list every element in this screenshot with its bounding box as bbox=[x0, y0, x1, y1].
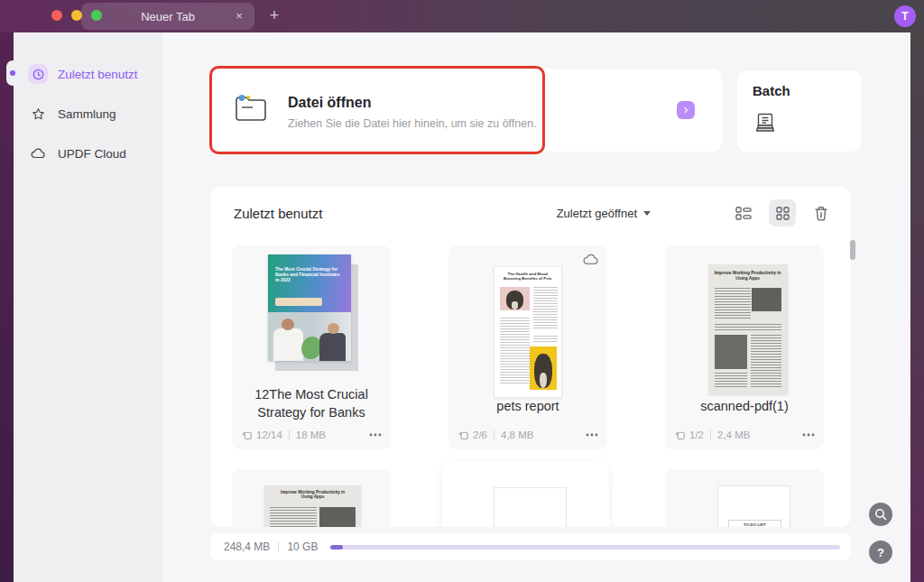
tab-title: Neuer Tab bbox=[141, 10, 195, 23]
recent-header: Zuletzt benutzt Zuletzt geöffnet bbox=[210, 187, 851, 239]
document-card[interactable]: Improve Working Productivity in Using Ap… bbox=[232, 469, 391, 527]
more-icon[interactable] bbox=[369, 433, 382, 437]
sidebar-active-indicator bbox=[10, 70, 15, 76]
doc-pages: 2/6 bbox=[473, 430, 487, 440]
folder-icon bbox=[234, 94, 268, 126]
delete-button[interactable] bbox=[808, 199, 835, 226]
doc-size: 18 MB bbox=[296, 430, 326, 440]
doc-meta: 12/14 18 MB bbox=[243, 428, 382, 442]
sidebar-item-label: Zuletzt benutzt bbox=[58, 68, 138, 81]
title-bar: Neuer Tab × + T bbox=[0, 0, 924, 32]
doc-thumbnail: TO DO LIST bbox=[494, 487, 567, 527]
thumb-cover-title: TO DO LIST bbox=[744, 522, 766, 527]
doc-meta: 2/6 4,8 MB bbox=[459, 428, 598, 442]
document-card[interactable]: The Health and Mood Boosting Benefits of… bbox=[448, 245, 607, 449]
thumb-cover-title: Improve Working Productivity in Using Ap… bbox=[276, 490, 349, 499]
document-card[interactable]: Improve Working Productivity in Using Ap… bbox=[665, 245, 824, 449]
close-window-button[interactable] bbox=[51, 10, 62, 21]
page-count-icon bbox=[243, 430, 253, 440]
storage-bar: 248,4 MB 10 GB bbox=[210, 533, 851, 560]
doc-title: 12The Most Crucial Strategy for Banks bbox=[237, 385, 385, 421]
doc-pages: 1/2 bbox=[689, 430, 704, 440]
doc-pages: 12/14 bbox=[256, 430, 282, 440]
doc-thumbnail: The Most Crucial Strategy for Banks and … bbox=[268, 254, 358, 372]
doc-title: scanned-pdf(1) bbox=[670, 397, 818, 415]
storage-total: 10 GB bbox=[287, 540, 318, 553]
new-tab-button[interactable]: + bbox=[264, 6, 284, 26]
thumb-cover-title: The Most Crucial Strategy for Banks and … bbox=[275, 267, 343, 282]
doc-thumbnail: Improve Working Productivity in Using Ap… bbox=[264, 485, 361, 527]
batch-card[interactable]: Batch bbox=[737, 70, 862, 152]
more-icon[interactable] bbox=[586, 433, 598, 437]
more-icon[interactable] bbox=[802, 433, 815, 437]
user-avatar[interactable]: T bbox=[894, 5, 916, 27]
sidebar-item-label: UPDF Cloud bbox=[58, 147, 126, 161]
sidebar-item-updf-cloud[interactable]: UPDF Cloud bbox=[28, 141, 154, 166]
open-file-subtitle: Ziehen Sie die Datei hier hinein, um sie… bbox=[288, 117, 537, 130]
sidebar-item-collection[interactable]: Sammlung bbox=[28, 101, 154, 126]
sidebar-item-label: Sammlung bbox=[58, 107, 116, 121]
window-right-edge bbox=[910, 32, 924, 582]
window-left-edge bbox=[0, 32, 14, 582]
sort-label: Zuletzt geöffnet bbox=[557, 207, 637, 220]
document-card-hover[interactable]: TO DO LIST bbox=[442, 462, 609, 527]
sidebar-item-recent[interactable]: Zuletzt benutzt bbox=[28, 61, 154, 87]
expand-arrow-button[interactable]: › bbox=[677, 101, 695, 119]
list-view-button[interactable] bbox=[730, 199, 757, 226]
cloud-sync-icon bbox=[583, 254, 598, 265]
storage-progress-fill bbox=[330, 545, 343, 550]
storage-used: 248,4 MB bbox=[224, 540, 270, 553]
doc-thumbnail: The Health and Mood Boosting Benefits of… bbox=[494, 266, 562, 398]
doc-title: pets report bbox=[454, 397, 602, 415]
main-content: Datei öffnen Ziehen Sie die Datei hier h… bbox=[163, 32, 910, 582]
scrollbar-thumb[interactable] bbox=[850, 240, 855, 260]
star-icon bbox=[28, 104, 48, 124]
grid-view-button[interactable] bbox=[769, 199, 796, 226]
recent-title: Zuletzt benutzt bbox=[234, 206, 322, 221]
page-count-icon bbox=[459, 430, 469, 440]
batch-stack-icon bbox=[753, 112, 777, 139]
clock-icon bbox=[28, 64, 48, 84]
document-card[interactable]: The Most Crucial Strategy for Banks and … bbox=[232, 245, 391, 449]
search-button[interactable] bbox=[869, 503, 892, 526]
chevron-down-icon bbox=[643, 211, 651, 216]
recent-files-panel: Zuletzt benutzt Zuletzt geöffnet bbox=[210, 187, 851, 527]
tab-neuer-tab[interactable]: Neuer Tab × bbox=[81, 3, 254, 30]
sidebar: Zuletzt benutzt Sammlung UPDF Cloud bbox=[14, 32, 163, 582]
thumb-cover-title: The Health and Mood Boosting Benefits of… bbox=[503, 273, 554, 281]
storage-progress-track bbox=[330, 545, 840, 550]
help-button[interactable]: ? bbox=[869, 540, 892, 564]
open-file-dropzone[interactable]: Datei öffnen Ziehen Sie die Datei hier h… bbox=[212, 69, 722, 152]
search-icon bbox=[874, 508, 887, 521]
app-window: Neuer Tab × + T Zuletzt benutzt Sammlung bbox=[0, 0, 924, 582]
page-count-icon bbox=[676, 430, 686, 440]
doc-thumbnail: TO DO LIST bbox=[717, 485, 790, 527]
doc-size: 4,8 MB bbox=[501, 430, 533, 440]
close-tab-icon[interactable]: × bbox=[232, 9, 246, 23]
cloud-icon bbox=[28, 143, 48, 163]
doc-meta: 1/2 2,4 MB bbox=[676, 428, 815, 442]
thumb-cover-title: Improve Working Productivity in Using Ap… bbox=[715, 271, 781, 281]
divider bbox=[278, 541, 279, 552]
sort-dropdown[interactable]: Zuletzt geöffnet bbox=[557, 207, 651, 220]
batch-title: Batch bbox=[753, 83, 790, 98]
doc-size: 2,4 MB bbox=[717, 430, 750, 440]
open-file-title: Datei öffnen bbox=[288, 95, 371, 111]
document-card[interactable]: TO DO LIST bbox=[665, 469, 824, 527]
question-mark-icon: ? bbox=[877, 546, 884, 559]
doc-thumbnail: Improve Working Productivity in Using Ap… bbox=[708, 264, 788, 394]
